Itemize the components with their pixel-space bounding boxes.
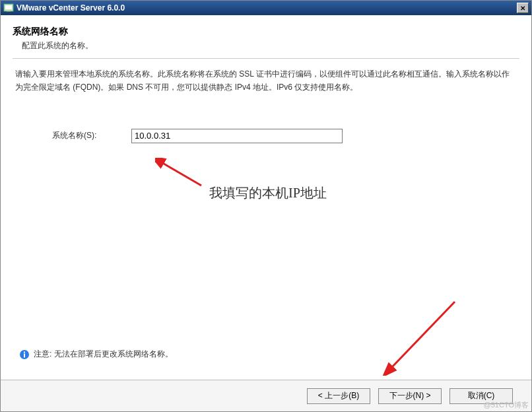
instruction-text: 请输入要用来管理本地系统的系统名称。此系统名称将在系统的 SSL 证书中进行编码… <box>15 68 517 94</box>
notice-row: 注意: 无法在部署后更改系统网络名称。 <box>19 349 173 360</box>
svg-line-3 <box>160 162 201 186</box>
titlebar: VMware vCenter Server 6.0.0 ✕ <box>1 1 531 15</box>
footer-bar: < 上一步(B) 下一步(N) > 取消(C) <box>1 380 531 411</box>
info-icon <box>19 349 30 360</box>
page-subheading: 配置此系统的名称。 <box>22 40 519 52</box>
system-name-row: 系统名称(S): <box>52 129 519 143</box>
heading-divider <box>13 58 519 59</box>
svg-rect-2 <box>7 11 11 12</box>
notice-text: 注意: 无法在部署后更改系统网络名称。 <box>34 349 173 360</box>
system-name-label: 系统名称(S): <box>52 130 131 141</box>
svg-line-7 <box>390 302 455 369</box>
system-name-input[interactable] <box>131 129 343 143</box>
installer-window: VMware vCenter Server 6.0.0 ✕ 系统网络名称 配置此… <box>0 0 532 412</box>
annotation-text: 我填写的本机IP地址 <box>209 184 327 202</box>
content-area: 系统网络名称 配置此系统的名称。 请输入要用来管理本地系统的系统名称。此系统名称… <box>1 15 531 143</box>
annotation-arrow-icon <box>155 158 208 189</box>
page-heading: 系统网络名称 <box>13 26 519 38</box>
close-button[interactable]: ✕ <box>517 3 529 13</box>
back-button[interactable]: < 上一步(B) <box>307 388 370 404</box>
window-title: VMware vCenter Server 6.0.0 <box>17 3 517 13</box>
next-button[interactable]: 下一步(N) > <box>378 388 442 404</box>
annotation-arrow-icon <box>382 296 461 376</box>
svg-rect-5 <box>24 353 25 357</box>
cancel-button[interactable]: 取消(C) <box>449 388 513 404</box>
app-icon <box>3 3 14 13</box>
svg-rect-6 <box>24 351 25 353</box>
svg-rect-1 <box>5 5 12 9</box>
